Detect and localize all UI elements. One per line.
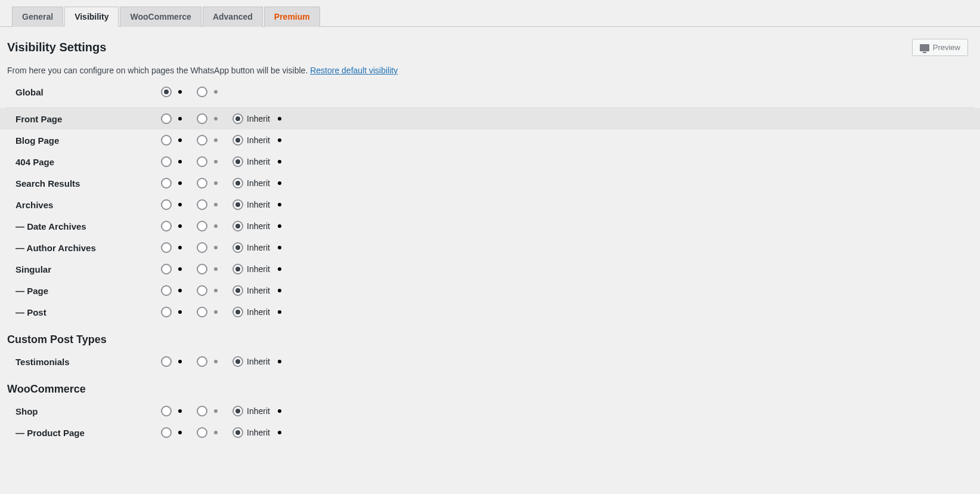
eye-open-icon	[274, 222, 286, 230]
eye-closed-icon	[210, 136, 222, 144]
radio-hide[interactable]	[197, 242, 207, 253]
inherit-label: Inherit	[247, 243, 270, 252]
page-description: From here you can configure on which pag…	[0, 56, 980, 81]
restore-default-link[interactable]: Restore default visibility	[310, 66, 398, 75]
tab-woocommerce[interactable]: WooCommerce	[120, 7, 201, 27]
radio-show[interactable]	[161, 87, 172, 97]
radio-hide[interactable]	[197, 221, 207, 231]
tab-advanced[interactable]: Advanced	[203, 7, 263, 27]
radio-inherit[interactable]	[232, 427, 243, 438]
eye-open-icon	[274, 158, 286, 166]
radio-inherit[interactable]	[232, 307, 243, 317]
row-label: — Date Archives	[15, 221, 161, 231]
inherit-label: Inherit	[247, 114, 270, 124]
row-front-page: Front Page Inherit	[0, 108, 980, 129]
inherit-label: Inherit	[247, 357, 270, 366]
eye-open-icon	[274, 200, 286, 209]
radio-show[interactable]	[161, 199, 172, 210]
radio-inherit[interactable]	[232, 406, 243, 416]
radio-hide[interactable]	[197, 264, 207, 274]
section-woocommerce: WooCommerce	[0, 372, 980, 400]
radio-inherit[interactable]	[232, 178, 243, 189]
eye-closed-icon	[210, 179, 222, 187]
eye-open-icon	[274, 357, 286, 366]
eye-open-icon	[274, 308, 286, 316]
radio-hide[interactable]	[197, 199, 207, 210]
radio-inherit[interactable]	[232, 135, 243, 146]
radio-hide[interactable]	[197, 285, 207, 296]
eye-open-icon	[274, 407, 286, 415]
row-global: Global	[0, 81, 980, 103]
row-label: Shop	[15, 406, 161, 416]
radio-inherit[interactable]	[232, 113, 243, 124]
radio-show[interactable]	[161, 264, 172, 274]
radio-show[interactable]	[161, 427, 172, 438]
radio-hide[interactable]	[197, 156, 207, 167]
preview-button[interactable]: Preview	[912, 39, 968, 56]
radio-inherit[interactable]	[232, 242, 243, 253]
radio-show[interactable]	[161, 307, 172, 317]
preview-label: Preview	[933, 43, 960, 52]
eye-closed-icon	[210, 222, 222, 230]
eye-open-icon	[174, 88, 186, 96]
section-custom-post-types: Custom Post Types	[0, 323, 980, 351]
radio-hide[interactable]	[197, 113, 207, 124]
page-title: Visibility Settings	[7, 41, 106, 54]
radio-hide[interactable]	[197, 135, 207, 146]
radio-inherit[interactable]	[232, 264, 243, 274]
tab-premium[interactable]: Premium	[264, 7, 320, 27]
radio-inherit[interactable]	[232, 356, 243, 367]
row-author-archives: — Author Archives Inherit	[0, 237, 980, 258]
eye-closed-icon	[210, 243, 222, 252]
eye-open-icon	[174, 179, 186, 187]
radio-show[interactable]	[161, 156, 172, 167]
eye-open-icon	[174, 222, 186, 230]
row-archives: Archives Inherit	[0, 194, 980, 215]
eye-open-icon	[174, 200, 186, 209]
eye-closed-icon	[210, 115, 222, 123]
row-shop: Shop Inherit	[0, 400, 980, 422]
row-page: — Page Inherit	[0, 280, 980, 301]
radio-hide[interactable]	[197, 406, 207, 416]
eye-open-icon	[174, 286, 186, 295]
radio-hide[interactable]	[197, 356, 207, 367]
radio-show[interactable]	[161, 356, 172, 367]
eye-open-icon	[174, 428, 186, 437]
radio-show[interactable]	[161, 406, 172, 416]
radio-hide[interactable]	[197, 178, 207, 189]
row-singular: Singular Inherit	[0, 258, 980, 280]
row-label: — Product Page	[15, 428, 161, 438]
inherit-label: Inherit	[247, 286, 270, 295]
row-label: 404 Page	[15, 157, 161, 167]
inherit-label: Inherit	[247, 200, 270, 209]
eye-open-icon	[174, 158, 186, 166]
eye-open-icon	[274, 265, 286, 273]
radio-show[interactable]	[161, 113, 172, 124]
inherit-label: Inherit	[247, 221, 270, 231]
preview-icon	[920, 44, 929, 51]
radio-show[interactable]	[161, 135, 172, 146]
eye-open-icon	[274, 179, 286, 187]
radio-show[interactable]	[161, 242, 172, 253]
tab-visibility[interactable]: Visibility	[64, 7, 119, 27]
radio-inherit[interactable]	[232, 285, 243, 296]
radio-hide[interactable]	[197, 307, 207, 317]
row-404-page: 404 Page Inherit	[0, 151, 980, 172]
inherit-label: Inherit	[247, 178, 270, 188]
radio-show[interactable]	[161, 178, 172, 189]
eye-open-icon	[274, 136, 286, 144]
radio-inherit[interactable]	[232, 156, 243, 167]
radio-inherit[interactable]	[232, 199, 243, 210]
radio-hide[interactable]	[197, 427, 207, 438]
row-testimonials: Testimonials Inherit	[0, 351, 980, 372]
radio-show[interactable]	[161, 285, 172, 296]
radio-hide[interactable]	[197, 87, 207, 97]
radio-show[interactable]	[161, 221, 172, 231]
tab-general[interactable]: General	[12, 7, 63, 27]
row-label: Testimonials	[15, 357, 161, 367]
radio-inherit[interactable]	[232, 221, 243, 231]
eye-open-icon	[274, 115, 286, 123]
eye-closed-icon	[210, 88, 222, 96]
row-blog-page: Blog Page Inherit	[0, 129, 980, 151]
eye-open-icon	[174, 136, 186, 144]
